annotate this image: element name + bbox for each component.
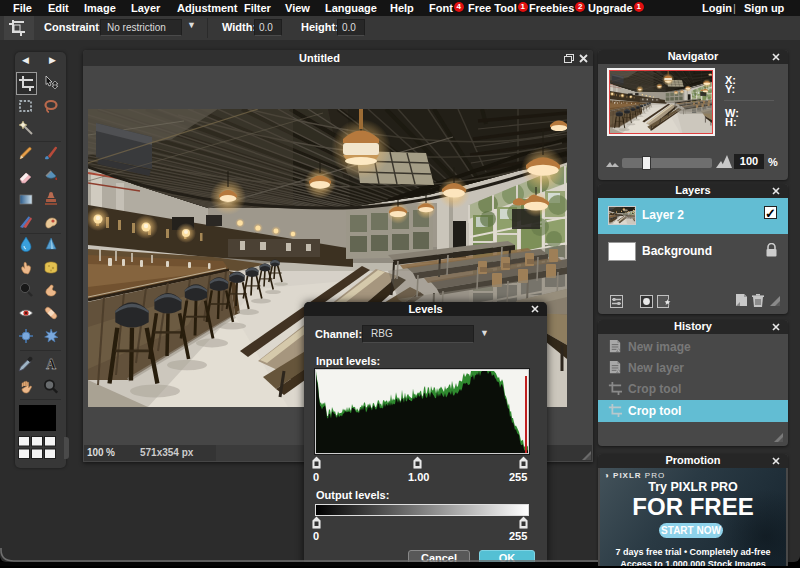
svg-text:A: A xyxy=(46,357,57,372)
